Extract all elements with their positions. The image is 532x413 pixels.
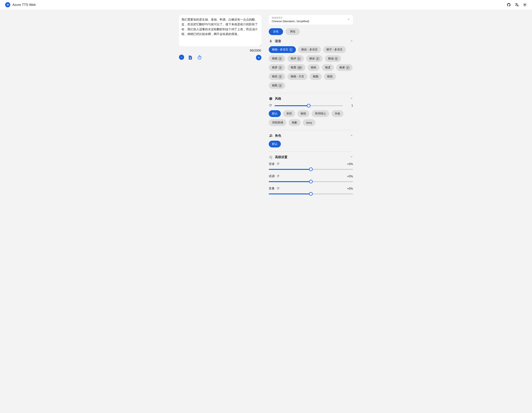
volume-label: 音量 [269,187,275,191]
voice-tag: S [335,57,338,60]
volume-row: 音量 +0% [269,187,353,196]
voice-option[interactable]: 晓伊S [287,55,304,62]
people-icon [269,134,273,138]
style-option[interactable]: story [303,119,315,126]
svg-point-7 [270,134,271,136]
voice-tag: S [279,75,282,78]
advanced-section: 高级设置 语速 +0% 语调 +0% [269,155,353,196]
voice-option[interactable]: 晓秋 [308,64,320,71]
play-button[interactable] [256,55,261,60]
rate-row: 语速 +0% [269,162,353,171]
style-option[interactable]: 诗歌朗诵 [269,119,286,126]
volume-slider[interactable] [269,192,353,196]
app-logo [5,2,10,7]
svg-point-5 [524,4,525,5]
pitch-reset[interactable] [276,174,280,178]
rate-slider[interactable] [269,167,353,171]
translate-icon[interactable] [515,3,519,7]
timer-button[interactable] [197,55,202,60]
rate-value: +0% [347,162,353,166]
pitch-label: 语调 [269,174,275,178]
svg-rect-2 [8,3,8,6]
advanced-collapse[interactable] [350,155,353,159]
voice-tag: S [346,66,349,69]
style-degree-value: 1 [345,104,353,107]
language-select[interactable]: 请选择语言 Chinese (Mandarin, Simplified) [269,15,353,25]
gender-male[interactable]: 男性 [285,28,300,35]
pitch-value: +0% [347,175,353,178]
style-reset[interactable] [269,104,272,108]
style-option[interactable]: 抱歉 [289,119,301,126]
style-option[interactable]: 愉悦 [297,110,309,117]
style-option[interactable]: 亲切 [283,110,295,117]
style-option[interactable]: 有同情心 [312,110,329,117]
svg-rect-3 [8,4,9,6]
voice-option[interactable]: 晓梦S [269,64,285,71]
voice-tag: SR [297,66,302,69]
rate-label: 语速 [269,162,275,166]
voice-tag: S [279,57,282,60]
role-collapse[interactable] [350,134,353,138]
app-title: Azure TTS Web [12,3,36,7]
github-icon[interactable] [507,3,511,7]
language-select-value: Chinese (Mandarin, Simplified) [272,20,309,23]
style-option[interactable]: 默认 [269,110,281,117]
voice-option[interactable]: 晓柔 [322,64,334,71]
text-input[interactable] [179,15,261,46]
volume-reset[interactable] [276,187,280,191]
voice-option[interactable]: 晓颜 [310,73,322,80]
voice-option[interactable]: 晓晓 - 多语言S [269,46,296,53]
voice-option[interactable]: 晓辰 - 多语言 [298,46,321,53]
svg-rect-1 [7,4,8,6]
voice-tag: S [289,48,293,51]
gender-female[interactable]: 女性 [269,28,283,35]
pitch-slider[interactable] [269,180,353,183]
style-degree-slider[interactable] [275,104,343,108]
download-button[interactable] [179,55,184,60]
voice-title: 语音 [275,39,348,43]
voice-tag: S [279,66,282,69]
style-option[interactable]: 兴奋 [331,110,343,117]
voice-option[interactable]: 晓墨SR [287,64,305,71]
voice-option[interactable]: 晓甄S [269,82,285,89]
voice-option[interactable]: 晓涵S [325,55,341,62]
voice-option[interactable]: 晓晓S [269,55,285,62]
voice-option[interactable]: 晓辰S [306,55,323,62]
voice-option[interactable]: 晓悠 [324,73,336,80]
char-counter: 98/2000 [179,49,261,52]
style-title: 风格 [275,97,348,101]
volume-value: +0% [347,187,353,190]
file-button[interactable] [187,55,193,60]
mic-icon [269,39,273,43]
voice-tag: S [297,57,301,60]
voice-section: 语音 晓晓 - 多语言S晓辰 - 多语言晓宇 - 多语言晓晓S晓伊S晓辰S晓涵S… [269,39,353,89]
chevron-down-icon [347,18,350,21]
role-section: 角色 默认 [269,134,353,148]
svg-rect-4 [9,5,9,5]
style-collapse[interactable] [350,97,353,100]
svg-point-6 [269,97,272,100]
language-select-label: 请选择语言 [272,17,309,19]
theme-icon[interactable] [523,3,527,7]
voice-tag: S [279,84,282,87]
advanced-title: 高级设置 [275,155,348,159]
style-degree-row: 1 [269,104,353,108]
voice-option[interactable]: 晓宇 - 多语言 [323,46,346,53]
pitch-row: 语调 +0% [269,174,353,183]
style-section: 风格 1 默认亲切愉悦有同情心兴奋诗歌朗诵抱歉story [269,97,353,126]
svg-rect-0 [7,4,7,5]
role-option[interactable]: 默认 [269,141,281,148]
face-icon [269,97,273,101]
role-title: 角色 [275,134,348,138]
voice-tag: S [316,57,319,60]
app-header: Azure TTS Web [0,0,532,10]
voice-option[interactable]: 晓睿S [336,64,353,71]
voice-option[interactable]: 晓双S [269,73,285,80]
voice-option[interactable]: 晓晓 - 方言 [287,73,307,80]
rate-reset[interactable] [276,162,280,166]
sliders-icon [269,155,273,159]
voice-collapse[interactable] [350,39,353,43]
